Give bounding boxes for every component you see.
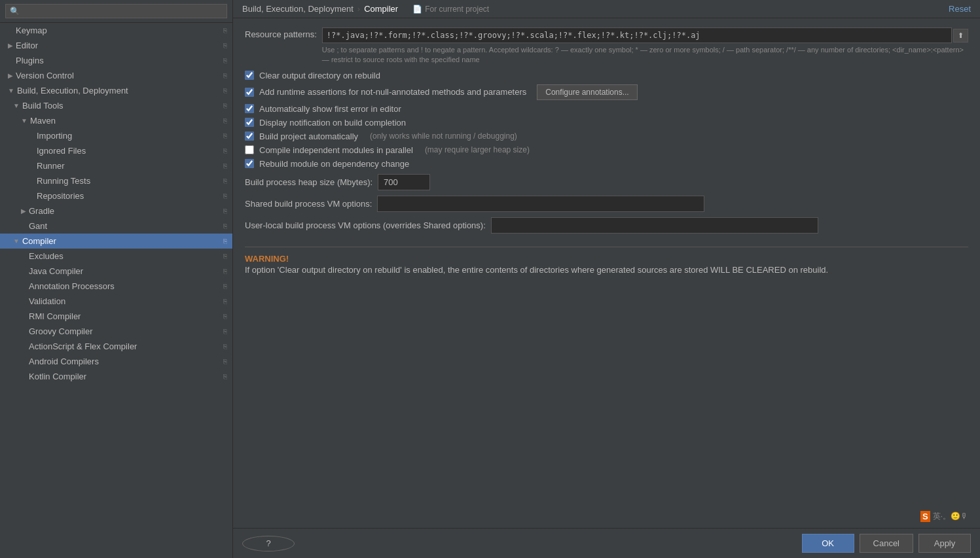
sidebar-items-container: Keymap⎘▶Editor⎘Plugins⎘▶Version Control⎘…	[0, 23, 232, 384]
checkbox-rebuild-on-dependency[interactable]	[245, 159, 254, 168]
sidebar-label-keymap: Keymap	[16, 26, 47, 35]
help-button[interactable]: ?	[242, 536, 295, 551]
sidebar: Keymap⎘▶Editor⎘Plugins⎘▶Version Control⎘…	[0, 0, 233, 558]
copy-icon-keymap: ⎘	[223, 27, 227, 34]
checkbox-label-rebuild-on-dependency[interactable]: Rebuild module on dependency change	[259, 159, 409, 169]
sidebar-item-build-tools[interactable]: ▼Build Tools⎘	[0, 98, 232, 113]
reset-button[interactable]: Reset	[949, 4, 971, 14]
checkbox-label-build-automatically[interactable]: Build project automatically	[259, 131, 358, 141]
copy-icon-android-compilers: ⎘	[223, 358, 227, 365]
breadcrumb-current: Compiler	[364, 4, 398, 14]
sidebar-item-actionscript-flex-compiler[interactable]: ActionScript & Flex Compiler⎘	[0, 339, 232, 354]
sidebar-item-build-execution-deployment[interactable]: ▼Build, Execution, Deployment⎘	[0, 83, 232, 98]
sidebar-label-gradle: Gradle	[29, 206, 54, 216]
sidebar-item-groovy-compiler[interactable]: Groovy Compiler⎘	[0, 324, 232, 339]
checkbox-label-auto-show-error[interactable]: Automatically show first error in editor	[259, 104, 401, 114]
sidebar-label-build-execution-deployment: Build, Execution, Deployment	[17, 86, 128, 96]
arrow-icon-editor: ▶	[8, 42, 13, 49]
checkbox-clear-output[interactable]	[245, 71, 254, 80]
sidebar-item-version-control[interactable]: ▶Version Control⎘	[0, 68, 232, 83]
checkbox-build-automatically[interactable]	[245, 131, 254, 141]
side-note-build-automatically: (only works while not running / debuggin…	[370, 131, 517, 141]
checkbox-display-notification[interactable]	[245, 118, 254, 127]
copy-icon-build-execution-deployment: ⎘	[223, 87, 227, 94]
sidebar-label-plugins: Plugins	[16, 56, 44, 65]
copy-icon-editor: ⎘	[223, 42, 227, 49]
heap-size-input[interactable]	[378, 174, 430, 190]
checkbox-row-auto-show-error: Automatically show first error in editor	[245, 104, 968, 114]
sidebar-item-maven[interactable]: ▼Maven⎘	[0, 113, 232, 128]
checkbox-compile-parallel[interactable]	[245, 145, 254, 154]
checkbox-label-compile-parallel[interactable]: Compile independent modules in parallel	[259, 145, 413, 155]
checkbox-row-rebuild-on-dependency: Rebuild module on dependency change	[245, 159, 968, 169]
arrow-icon-gradle: ▶	[21, 207, 26, 215]
checkbox-row-clear-output: Clear output directory on rebuild	[245, 71, 968, 80]
cancel-button[interactable]: Cancel	[860, 534, 913, 553]
copy-icon-plugins: ⎘	[223, 57, 227, 64]
sidebar-label-android-compilers: Android Compilers	[29, 357, 99, 366]
sidebar-item-annotation-processors[interactable]: Annotation Processors⎘	[0, 279, 232, 294]
shared-vm-input[interactable]	[377, 196, 704, 212]
warning-text: If option 'Clear output directory on reb…	[245, 264, 968, 277]
sidebar-item-importing[interactable]: Importing⎘	[0, 128, 232, 143]
copy-icon-version-control: ⎘	[223, 72, 227, 79]
sidebar-item-running-tests[interactable]: Running Tests⎘	[0, 173, 232, 188]
user-local-vm-label: User-local build process VM options (ove…	[245, 220, 486, 230]
arrow-icon-version-control: ▶	[8, 72, 13, 79]
configure-annotations-button[interactable]: Configure annotations...	[537, 84, 637, 100]
resource-patterns-row: Resource patterns: ⬆ Use ; to separate p…	[245, 27, 968, 65]
expand-patterns-button[interactable]: ⬆	[953, 29, 968, 43]
sidebar-item-rmi-compiler[interactable]: RMI Compiler⎘	[0, 309, 232, 324]
copy-icon-runner: ⎘	[223, 162, 227, 169]
resource-patterns-input[interactable]	[322, 27, 952, 43]
user-local-vm-input[interactable]	[491, 217, 818, 234]
checkbox-label-clear-output[interactable]: Clear output directory on rebuild	[259, 71, 380, 80]
checkbox-add-runtime-assertions[interactable]	[245, 88, 254, 97]
user-local-vm-row: User-local build process VM options (ove…	[245, 217, 968, 234]
sidebar-label-java-compiler: Java Compiler	[29, 266, 83, 276]
copy-icon-rmi-compiler: ⎘	[223, 313, 227, 320]
sidebar-item-java-compiler[interactable]: Java Compiler⎘	[0, 264, 232, 279]
sidebar-label-editor: Editor	[16, 41, 38, 50]
sidebar-item-editor[interactable]: ▶Editor⎘	[0, 38, 232, 53]
resource-patterns-label: Resource patterns:	[245, 27, 317, 39]
apply-button[interactable]: Apply	[918, 534, 971, 553]
checkbox-row-add-runtime-assertions: Add runtime assertions for not-null-anno…	[245, 84, 968, 100]
heap-size-label: Build process heap size (Mbytes):	[245, 177, 372, 187]
sidebar-item-runner[interactable]: Runner⎘	[0, 158, 232, 173]
heap-size-row: Build process heap size (Mbytes):	[245, 174, 968, 190]
sidebar-item-gradle[interactable]: ▶Gradle⎘	[0, 203, 232, 218]
copy-icon-actionscript-flex-compiler: ⎘	[223, 343, 227, 350]
ok-button[interactable]: OK	[802, 534, 854, 553]
sidebar-label-ignored-files: Ignored Files	[37, 146, 86, 156]
sidebar-item-plugins[interactable]: Plugins⎘	[0, 53, 232, 68]
shared-vm-row: Shared build process VM options:	[245, 196, 968, 212]
resource-patterns-box: ⬆ Use ; to separate patterns and ! to ne…	[322, 27, 968, 65]
sidebar-item-keymap[interactable]: Keymap⎘	[0, 23, 232, 38]
shared-vm-label: Shared build process VM options:	[245, 199, 372, 209]
search-input[interactable]	[5, 4, 227, 18]
main-content: Build, Execution, Deployment › Compiler …	[233, 0, 980, 558]
copy-icon-running-tests: ⎘	[223, 177, 227, 184]
sidebar-label-actionscript-flex-compiler: ActionScript & Flex Compiler	[29, 341, 137, 351]
sidebar-item-validation[interactable]: Validation⎘	[0, 294, 232, 309]
checkbox-label-display-notification[interactable]: Display notification on build completion	[259, 118, 406, 128]
sidebar-item-gant[interactable]: Gant⎘	[0, 218, 232, 234]
sidebar-item-compiler[interactable]: ▼Compiler⎘	[0, 234, 232, 249]
sidebar-item-excludes[interactable]: Excludes⎘	[0, 249, 232, 264]
sidebar-label-running-tests: Running Tests	[37, 176, 90, 186]
sidebar-item-ignored-files[interactable]: Ignored Files⎘	[0, 143, 232, 158]
checkbox-auto-show-error[interactable]	[245, 104, 254, 113]
file-icon: 📄	[412, 5, 422, 14]
sidebar-item-android-compilers[interactable]: Android Compilers⎘	[0, 354, 232, 369]
search-bar[interactable]	[0, 0, 232, 23]
sidebar-item-repositories[interactable]: Repositories⎘	[0, 188, 232, 203]
breadcrumb-separator: ›	[357, 4, 360, 14]
resource-patterns-input-row: ⬆	[322, 27, 968, 43]
checkbox-label-add-runtime-assertions[interactable]: Add runtime assertions for not-null-anno…	[259, 87, 526, 97]
warning-box: WARNING! If option 'Clear output directo…	[245, 247, 968, 277]
sidebar-item-kotlin-compiler[interactable]: Kotlin Compiler⎘	[0, 369, 232, 384]
checkbox-row-build-automatically: Build project automatically(only works w…	[245, 131, 968, 141]
warning-title: WARNING!	[245, 254, 968, 264]
sidebar-label-groovy-compiler: Groovy Compiler	[29, 326, 93, 336]
